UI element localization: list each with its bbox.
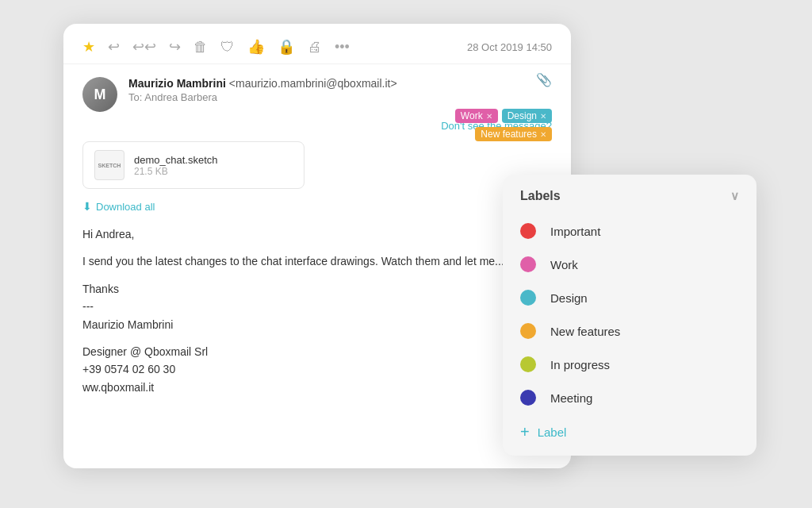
label-dot-meeting [520, 390, 536, 406]
tags-row-2: New features ✕ [475, 127, 552, 141]
tag-newfeatures-label: New features [481, 129, 537, 140]
email-header: M Maurizio Mambrini <maurizio.mambrini@q… [63, 64, 571, 118]
label-name-work: Work [550, 258, 578, 271]
attachment-box[interactable]: SKETCH demo_chat.sketch 21.5 KB [82, 141, 304, 189]
label-dot-design [520, 290, 536, 306]
thumbs-up-icon[interactable]: 👍 [247, 38, 265, 56]
body-thanks: Thanks---Maurizio Mambrini [82, 280, 552, 333]
labels-header: Labels ∨ [503, 175, 756, 214]
print-icon[interactable]: 🖨 [308, 39, 322, 56]
label-dot-newfeatures [520, 323, 536, 339]
email-body: Hi Andrea, I send you the latest changes… [63, 222, 571, 425]
label-dot-important [520, 223, 536, 239]
download-all-button[interactable]: ⬇ Download all [63, 197, 571, 222]
label-name-design: Design [550, 291, 588, 305]
shield-icon[interactable]: 🛡 [220, 39, 235, 56]
delete-icon[interactable]: 🗑 [193, 39, 208, 56]
label-name-important: Important [550, 225, 600, 238]
attachment-info: demo_chat.sketch 21.5 KB [134, 154, 218, 177]
more-icon[interactable]: ••• [335, 39, 350, 56]
label-name-newfeatures: New features [550, 325, 620, 338]
label-name-meeting: Meeting [550, 391, 592, 405]
attachment-file-icon: SKETCH [94, 150, 124, 180]
label-item-design[interactable]: Design [503, 281, 756, 314]
label-dot-work [520, 256, 536, 272]
tag-design-remove[interactable]: ✕ [540, 112, 546, 121]
avatar: M [82, 77, 117, 112]
labels-title: Labels [520, 189, 561, 203]
tag-work-remove[interactable]: ✕ [486, 112, 492, 121]
label-item-work[interactable]: Work [503, 248, 756, 281]
attachment-size: 21.5 KB [134, 166, 218, 177]
toolbar-icons: ★ ↩ ↩↩ ↪ 🗑 🛡 👍 🔒 🖨 ••• [82, 38, 350, 56]
add-label-plus-icon: + [520, 424, 530, 440]
tag-work-label: Work [461, 110, 483, 121]
label-dot-inprogress [520, 356, 536, 372]
star-icon[interactable]: ★ [82, 38, 95, 56]
label-name-inprogress: In progress [550, 358, 610, 371]
labels-chevron-icon[interactable]: ∨ [730, 189, 739, 203]
security-icon[interactable]: 🔒 [278, 38, 295, 56]
add-label-text: Label [538, 425, 567, 439]
attachment-paperclip-icon: 📎 [536, 72, 552, 87]
forward-icon[interactable]: ↪ [169, 38, 181, 56]
body-greeting: Hi Andrea, [82, 225, 552, 243]
tags-row: Work ✕ Design ✕ [455, 109, 552, 123]
reply-icon[interactable]: ↩ [108, 38, 120, 56]
email-toolbar: ★ ↩ ↩↩ ↪ 🗑 🛡 👍 🔒 🖨 ••• 28 Oct 2019 14:50 [63, 24, 571, 64]
tag-design[interactable]: Design ✕ [502, 109, 552, 123]
tag-newfeatures-remove[interactable]: ✕ [540, 130, 546, 139]
label-item-important[interactable]: Important [503, 214, 756, 248]
label-item-meeting[interactable]: Meeting [503, 381, 756, 414]
body-signature: Designer @ Qboxmail Srl +39 0574 02 60 3… [82, 343, 552, 396]
label-item-newfeatures[interactable]: New features [503, 314, 756, 348]
download-icon: ⬇ [82, 200, 92, 213]
reply-all-icon[interactable]: ↩↩ [132, 38, 156, 56]
email-card: ★ ↩ ↩↩ ↪ 🗑 🛡 👍 🔒 🖨 ••• 28 Oct 2019 14:50… [63, 24, 571, 468]
labels-dropdown: Labels ∨ Important Work Design New featu… [503, 175, 756, 456]
tag-newfeatures[interactable]: New features ✕ [475, 127, 552, 141]
tags-area: 📎 Work ✕ Design ✕ New features ✕ [455, 72, 552, 141]
label-item-inprogress[interactable]: In progress [503, 348, 756, 381]
email-date: 28 Oct 2019 14:50 [467, 41, 552, 53]
download-all-label: Download all [96, 201, 155, 213]
add-label-button[interactable]: + Label [503, 414, 756, 443]
tag-design-label: Design [508, 110, 537, 121]
tag-work[interactable]: Work ✕ [455, 109, 498, 123]
attachment-name: demo_chat.sketch [134, 154, 218, 166]
body-paragraph: I send you the latest changes to the cha… [82, 252, 552, 270]
